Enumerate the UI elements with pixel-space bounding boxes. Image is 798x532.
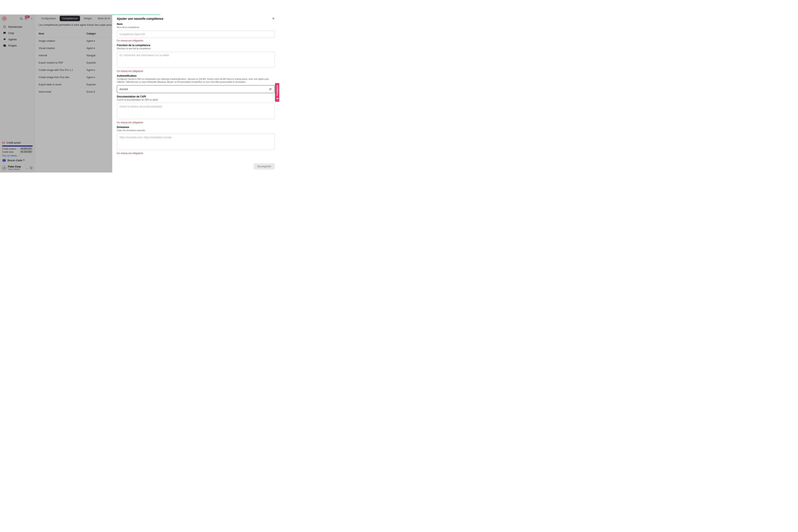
function-error: Ce champ est obligatoire: [117, 70, 275, 72]
tab-configuration[interactable]: Configuration: [39, 16, 58, 21]
credit-block: Crédit actuel Crédit restant : 44 683 23…: [0, 140, 35, 157]
cell-name: Internet: [39, 54, 87, 57]
org-plan: Team Starter: [8, 168, 24, 170]
collapse-icon[interactable]: «: [31, 17, 33, 20]
help-link[interactable]: Besoin d'aide ?: [0, 157, 35, 164]
doc-textarea[interactable]: [117, 103, 275, 119]
cell-name: Create image from Flux dev: [39, 76, 87, 79]
projects-icon: [3, 44, 6, 47]
tab-competences[interactable]: Compétences: [60, 16, 80, 21]
domains-help: Listez les domaines associés: [117, 129, 275, 132]
col-name: Nom: [39, 32, 87, 35]
svg-point-7: [269, 89, 270, 90]
panel-title: Ajouter une nouvelle compétence: [117, 17, 163, 20]
domains-textarea[interactable]: [117, 134, 275, 150]
notification-bell[interactable]: 99+: [24, 17, 27, 20]
feedback-icon: ✉: [276, 97, 279, 100]
svg-point-5: [31, 168, 32, 168]
svg-point-0: [3, 26, 5, 27]
name-error: Ce champ est obligatoire: [117, 39, 275, 42]
function-label: Fonction de la compétence: [117, 44, 275, 47]
nav-label: Projets: [8, 44, 17, 47]
nav-search[interactable]: Rechercher: [0, 24, 35, 30]
agents-icon: [3, 38, 6, 41]
chevron-down-icon[interactable]: ⌄: [26, 167, 28, 169]
notification-badge: 99+: [25, 16, 30, 18]
credit-total-label: Crédit total :: [2, 151, 14, 153]
org-name: Futur Corp: [8, 165, 24, 168]
function-textarea[interactable]: [117, 52, 275, 68]
chat-icon: [3, 31, 6, 35]
auth-help: Configurez l'accès à l'API en choisissan…: [117, 78, 275, 83]
avatar[interactable]: [2, 16, 7, 21]
search-icon: [3, 25, 6, 28]
cell-name: Image création: [39, 39, 87, 42]
sliders-icon: [269, 88, 272, 91]
org-switcher[interactable]: 🏢 Futur Corp Team Starter ⌄: [0, 164, 35, 172]
svg-point-2: [4, 39, 4, 39]
cell-name: Export table to excel: [39, 83, 87, 86]
nav-label: Chat: [8, 32, 14, 35]
credit-remaining-label: Crédit restant :: [2, 148, 17, 150]
svg-point-3: [5, 39, 5, 39]
function-help: Décrivez ce que fait la compétence: [117, 47, 275, 50]
cell-name: Export content to PDF: [39, 61, 87, 64]
tab-widget[interactable]: Widget: [81, 16, 94, 21]
add-skill-panel: Ajouter une nouvelle compétence ✕ Nom No…: [112, 15, 279, 172]
doc-help: Fournir la documentation de l'API en dét…: [117, 98, 275, 101]
credit-progress: [2, 146, 33, 147]
credit-total-value: 45 303 000: [20, 150, 33, 153]
feedback-tab[interactable]: ✉ Feedback: [275, 83, 279, 102]
discord-icon: [2, 159, 6, 162]
svg-rect-1: [3, 39, 5, 40]
name-input[interactable]: [117, 31, 275, 38]
moon-icon[interactable]: [20, 17, 23, 20]
auth-select[interactable]: Aucune: [117, 85, 275, 93]
svg-point-6: [270, 88, 271, 89]
gear-icon[interactable]: [30, 167, 33, 169]
credit-more-label: Plus de détails: [2, 154, 17, 157]
domains-error: Ce champ est obligatoire: [117, 152, 275, 154]
credit-card-icon: [2, 142, 5, 144]
help-label: Besoin d'aide ?: [7, 159, 24, 162]
credit-remaining-value: 44 683 239: [20, 147, 33, 150]
nav: Rechercher Chat Agents Projets: [0, 22, 35, 50]
doc-error: Ce champ est obligatoire: [117, 121, 275, 124]
nav-projects[interactable]: Projets: [0, 42, 35, 49]
nav-label: Rechercher: [8, 25, 22, 28]
sidebar: 99+ « Rechercher Chat Agents Projets: [0, 15, 35, 172]
nav-label: Agents: [8, 38, 17, 41]
cell-name: Create image with Flux Pro 1.1: [39, 69, 87, 72]
building-icon: 🏢: [2, 166, 6, 170]
doc-label: Documentation de l'API: [117, 95, 275, 98]
name-label: Nom: [117, 23, 275, 25]
credit-more-link[interactable]: Plus de détails →: [2, 154, 20, 157]
domains-label: Domaines: [117, 126, 275, 129]
save-button[interactable]: Sauvegarder: [254, 163, 275, 170]
cell-name: Send email: [39, 90, 87, 93]
feedback-label: Feedback: [276, 85, 279, 96]
auth-label: Authentification: [117, 74, 275, 77]
svg-rect-4: [3, 45, 6, 47]
close-icon[interactable]: ✕: [272, 17, 275, 21]
cell-name: Visual creation: [39, 47, 87, 50]
credit-title: Crédit actuel: [7, 141, 21, 144]
nav-chat[interactable]: Chat: [0, 30, 35, 36]
tab-inbox[interactable]: Boîte de ré: [95, 16, 113, 21]
name-help: Nom de la compétence: [117, 26, 275, 29]
arrow-right-icon: →: [18, 154, 20, 157]
auth-value: Aucune: [119, 88, 128, 91]
nav-agents[interactable]: Agents: [0, 36, 35, 42]
